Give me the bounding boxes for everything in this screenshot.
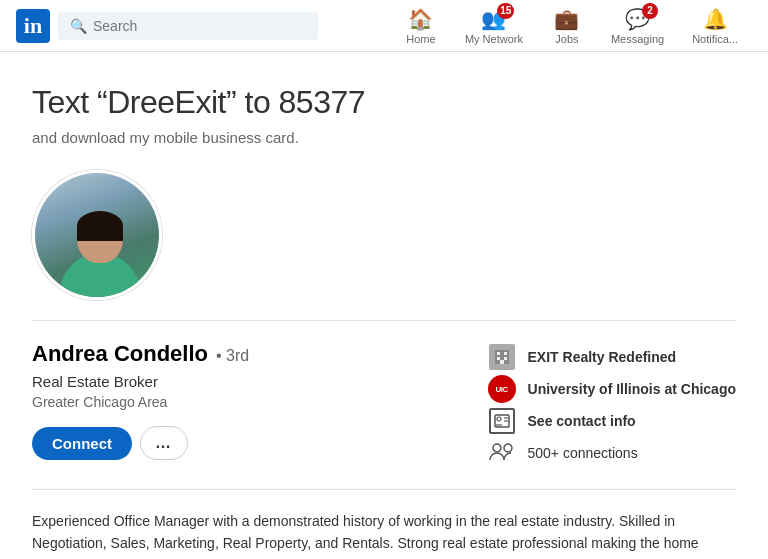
nav-messaging[interactable]: 💬 2 Messaging: [597, 7, 678, 45]
svg-point-7: [497, 417, 501, 421]
profile-location: Greater Chicago Area: [32, 394, 446, 410]
profile-title: Real Estate Broker: [32, 373, 446, 390]
svg-point-12: [504, 444, 512, 452]
avatar: [32, 170, 162, 300]
right-column: EXIT Realty Redefined UIC University of …: [486, 341, 736, 469]
profile-degree: • 3rd: [216, 347, 249, 365]
nav-items: 🏠 Home 👥 15 My Network 💼 Jobs 💬 2 Messag…: [391, 7, 752, 45]
nav-notifications[interactable]: 🔔 Notifica...: [678, 7, 752, 45]
home-icon: 🏠: [408, 7, 433, 31]
svg-rect-5: [500, 360, 504, 364]
lower-section: Andrea Condello • 3rd Real Estate Broker…: [32, 341, 736, 469]
university-row: UIC University of Illinois at Chicago: [486, 373, 736, 405]
connect-button[interactable]: Connect: [32, 427, 132, 460]
svg-rect-3: [497, 357, 500, 360]
svg-rect-4: [504, 357, 507, 360]
nav-my-network-label: My Network: [465, 33, 523, 45]
nav-jobs[interactable]: 💼 Jobs: [537, 7, 597, 45]
profile-name-row: Andrea Condello • 3rd: [32, 341, 446, 367]
jobs-icon: 💼: [554, 7, 579, 31]
messaging-badge: 2: [642, 3, 658, 19]
svg-rect-2: [504, 352, 507, 355]
profile-actions: Connect …: [32, 426, 446, 460]
divider-top: [32, 320, 736, 321]
connections-count: 500+ connections: [528, 444, 638, 462]
linkedin-logo[interactable]: in: [16, 9, 50, 43]
my-network-icon: 👥 15: [481, 7, 506, 31]
svg-point-11: [493, 444, 501, 452]
search-input[interactable]: [93, 18, 306, 34]
avatar-image: [35, 173, 162, 300]
company-name: EXIT Realty Redefined: [528, 348, 677, 366]
contact-row[interactable]: See contact info: [486, 405, 736, 437]
search-icon: 🔍: [70, 18, 87, 34]
uic-badge: UIC: [488, 375, 516, 403]
navbar: in 🔍 🏠 Home 👥 15 My Network 💼 Jobs 💬 2 M…: [0, 0, 768, 52]
avatar-hair: [77, 211, 123, 241]
company-row: EXIT Realty Redefined: [486, 341, 736, 373]
notifications-icon: 🔔: [703, 7, 728, 31]
contact-icon-wrap: [486, 405, 518, 437]
company-icon-wrap: [486, 341, 518, 373]
avatar-head: [77, 211, 123, 263]
university-name: University of Illinois at Chicago: [528, 380, 736, 398]
building-svg: [493, 348, 511, 366]
my-network-badge: 15: [497, 3, 514, 19]
bio-text: Experienced Office Manager with a demons…: [32, 510, 736, 559]
connections-icon: [489, 441, 515, 466]
more-button[interactable]: …: [140, 426, 188, 460]
promo-headline: Text “DreeExit” to 85377: [32, 84, 736, 121]
main-content: Text “DreeExit” to 85377 and download my…: [0, 52, 768, 559]
divider-bottom: [32, 489, 736, 490]
nav-my-network[interactable]: 👥 15 My Network: [451, 7, 537, 45]
nav-jobs-label: Jobs: [555, 33, 578, 45]
search-bar[interactable]: 🔍: [58, 12, 318, 40]
promo-subline: and download my mobile business card.: [32, 129, 736, 146]
profile-name: Andrea Condello: [32, 341, 208, 367]
messaging-icon: 💬 2: [625, 7, 650, 31]
svg-rect-1: [497, 352, 500, 355]
nav-home-label: Home: [406, 33, 435, 45]
contact-label: See contact info: [528, 412, 636, 430]
contact-card-icon: [489, 408, 515, 434]
nav-home[interactable]: 🏠 Home: [391, 7, 451, 45]
nav-notifications-label: Notifica...: [692, 33, 738, 45]
nav-messaging-label: Messaging: [611, 33, 664, 45]
university-icon-wrap: UIC: [486, 373, 518, 405]
connections-row: 500+ connections: [486, 437, 736, 469]
connections-icon-wrap: [486, 437, 518, 469]
building-icon: [489, 344, 515, 370]
left-column: Andrea Condello • 3rd Real Estate Broker…: [32, 341, 446, 469]
